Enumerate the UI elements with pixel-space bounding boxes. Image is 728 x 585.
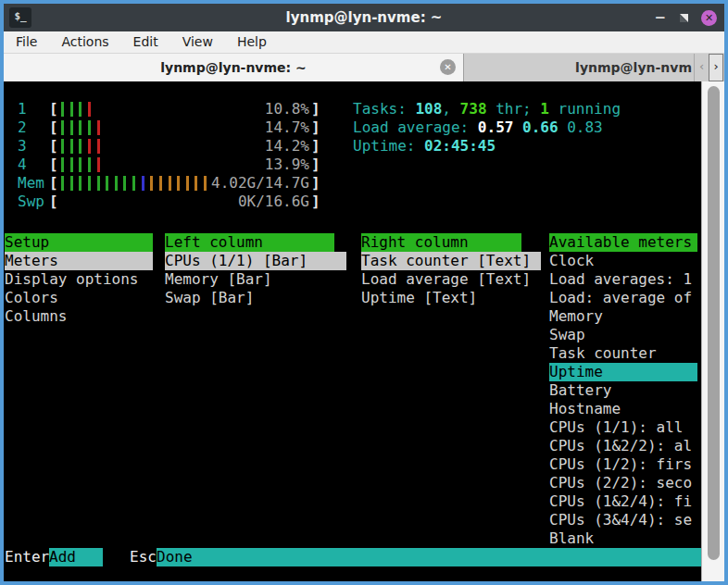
meter-bracket-close: ]: [311, 118, 320, 137]
list-item[interactable]: Clock: [549, 252, 697, 270]
action-done[interactable]: Done: [157, 548, 701, 566]
panel-header: Left column: [165, 233, 334, 252]
list-item[interactable]: CPUs (1&2/4): fi: [549, 492, 697, 511]
meter-value: 10.8%: [265, 100, 309, 118]
list-item[interactable]: Display options: [5, 270, 153, 289]
meter-bar-tick: [142, 176, 144, 191]
menu-item-file[interactable]: File: [4, 31, 49, 53]
meter-bar-tick: [61, 176, 64, 191]
list-item[interactable]: Columns: [5, 307, 153, 326]
meter-value: 13.9%: [265, 156, 309, 174]
tab-inactive-label: lynmp@lyn-nvm: [464, 54, 694, 81]
text-segment: thr;: [487, 100, 541, 118]
meter-bar-tick: [88, 176, 91, 191]
meter-bracket-open: [: [49, 118, 58, 137]
list-item[interactable]: Meters: [5, 252, 153, 270]
info-line: Tasks: 108, 738 thr; 1 running: [353, 100, 621, 118]
list-item[interactable]: Load averages: 1: [549, 270, 697, 289]
list-item[interactable]: Load average [Text]: [361, 270, 541, 289]
tab-active-label: lynmp@lyn-nvme: ~: [4, 54, 463, 81]
tab-inactive[interactable]: lynmp@lyn-nvm: [464, 54, 695, 81]
meter-bar-tick: [70, 176, 73, 191]
list-item[interactable]: Load: average of: [549, 289, 697, 307]
text-segment: Tasks:: [353, 100, 415, 118]
meter-bar-tick: [123, 176, 126, 191]
meter-bar-tick: [115, 176, 118, 191]
list-item[interactable]: Swap: [549, 326, 697, 344]
menu-item-view[interactable]: View: [170, 31, 225, 53]
text-segment: 02:45:45: [424, 137, 496, 155]
close-button-icon[interactable]: ✕: [701, 10, 717, 26]
setup-panel-1: Left columnCPUs (1/1) [Bar]Memory [Bar]S…: [165, 233, 346, 307]
setup-panel-0: SetupMetersDisplay optionsColorsColumns: [5, 233, 153, 326]
tab-scroll-right-icon[interactable]: ›: [709, 54, 723, 81]
window-title: lynmp@lyn-nvme: ~: [4, 9, 724, 26]
meter-bracket-open: [: [49, 156, 58, 174]
tabbar: lynmp@lyn-nvme: ~ ✕ lynmp@lyn-nvm ‹ ›: [4, 54, 724, 81]
list-item[interactable]: Blank: [549, 529, 697, 548]
key-enter[interactable]: Enter: [5, 548, 49, 566]
list-item[interactable]: Battery: [549, 381, 697, 400]
restore-button-icon[interactable]: [677, 11, 690, 24]
list-item[interactable]: CPUs (1&2/2): al: [549, 437, 697, 455]
meter-value: 14.7%: [265, 118, 309, 137]
list-item[interactable]: CPUs (3&4/4): se: [549, 511, 697, 529]
terminal-screen[interactable]: 1[10.8%]2[14.7%]3[14.2%]4[13.9%]Mem[4.02…: [4, 81, 724, 581]
meter-bar-tick: [169, 176, 171, 191]
meter-bar-tick: [70, 102, 73, 117]
meter-bar-tick: [79, 157, 82, 172]
list-item[interactable]: Hostname: [549, 400, 697, 418]
meter-bar-tick: [177, 176, 180, 191]
list-item[interactable]: CPUs (1/2): firs: [549, 455, 697, 474]
tab-active[interactable]: lynmp@lyn-nvme: ~ ✕: [4, 54, 464, 81]
meter-bracket-close: ]: [311, 156, 320, 174]
menu-item-actions[interactable]: Actions: [49, 31, 120, 53]
meter-bar-tick: [150, 176, 153, 191]
panel-header: Available meters: [549, 233, 697, 252]
list-item[interactable]: Task counter [Text]: [361, 252, 541, 270]
meter-bar-tick: [106, 176, 108, 191]
list-item[interactable]: CPUs (1/1): all: [549, 418, 697, 437]
list-item[interactable]: CPUs (2/2): seco: [549, 474, 697, 492]
text-segment: 0.83: [567, 118, 603, 136]
meter-bar-tick: [61, 102, 64, 117]
meter-bar-tick: [88, 102, 91, 117]
list-item[interactable]: Swap [Bar]: [165, 289, 346, 307]
scrollbar-thumb[interactable]: [708, 86, 720, 560]
meter-row-4: 4[13.9%]: [5, 156, 338, 174]
meter-bar-tick: [61, 157, 64, 172]
info-line: Load average: 0.57 0.66 0.83: [353, 118, 603, 137]
list-item[interactable]: CPUs (1/1) [Bar]: [165, 252, 346, 270]
meter-value: 0K/16.6G: [238, 193, 309, 211]
key-esc[interactable]: Esc: [130, 548, 157, 566]
meter-bar-tick: [195, 176, 197, 191]
meter-bracket-close: ]: [311, 174, 320, 193]
meter-bracket-close: ]: [311, 100, 320, 118]
list-item[interactable]: Colors: [5, 289, 153, 307]
list-item[interactable]: Uptime [Text]: [361, 289, 541, 307]
scrollbar-track[interactable]: [701, 81, 724, 581]
minimize-button-icon[interactable]: −: [654, 4, 666, 31]
list-item[interactable]: Uptime: [549, 363, 697, 381]
text-segment: 0.57: [478, 118, 522, 136]
meter-bar-tick: [88, 157, 91, 172]
list-item[interactable]: Memory [Bar]: [165, 270, 346, 289]
meter-bar-tick: [70, 139, 73, 154]
meter-bar-tick: [159, 176, 162, 191]
meter-bar-tick: [97, 139, 100, 154]
tab-close-icon[interactable]: ✕: [440, 59, 456, 75]
meter-bar-tick: [70, 120, 73, 135]
menu-item-help[interactable]: Help: [225, 31, 279, 53]
info-line: Uptime: 02:45:45: [353, 137, 496, 156]
menu-item-edit[interactable]: Edit: [121, 31, 170, 53]
meter-bar-tick: [97, 157, 100, 172]
list-item[interactable]: Memory: [549, 307, 697, 326]
meter-row-2: 2[14.7%]: [5, 118, 338, 137]
meter-bar-tick: [132, 176, 135, 191]
list-item[interactable]: Task counter: [549, 344, 697, 363]
titlebar: $_ lynmp@lyn-nvme: ~ − ✕: [4, 4, 724, 31]
meter-bar-area: 0K/16.6G: [58, 193, 311, 211]
tab-scroll-left-icon[interactable]: ‹: [695, 54, 709, 81]
action-add[interactable]: Add: [49, 548, 103, 566]
meter-bar-area: 14.7%: [58, 118, 311, 137]
